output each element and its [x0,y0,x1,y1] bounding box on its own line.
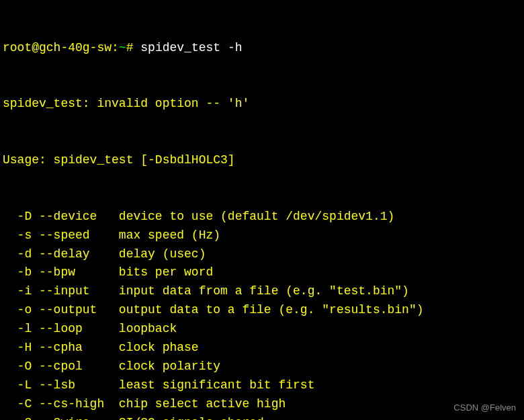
options-list: -D --device device to use (default /dev/… [3,208,521,420]
command-text: spidev_test -h [140,41,242,54]
option-line: -3 --3wire SI/SO signals shared [3,414,521,420]
terminal-output: root@gch-40g-sw:~# spidev_test -h spidev… [0,0,524,420]
option-line: -b --bpw bits per word [3,263,521,282]
usage-line: Usage: spidev_test [-DsbdlHOLC3] [3,151,521,170]
error-line: spidev_test: invalid option -- 'h' [3,95,521,114]
option-line: -d --delay delay (usec) [3,245,521,264]
option-line: -H --cpha clock phase [3,339,521,358]
prompt-line[interactable]: root@gch-40g-sw:~# spidev_test -h [3,39,521,58]
option-line: -l --loop loopback [3,320,521,339]
option-line: -i --input input data from a file (e.g. … [3,282,521,301]
space [133,41,140,54]
option-line: -O --cpol clock polarity [3,358,521,376]
option-line: -L --lsb least significant bit first [3,376,521,395]
option-line: -o --output output data to a file (e.g. … [3,301,521,320]
prompt-path: ~ [119,41,126,54]
prompt-sep: : [112,41,119,54]
option-line: -D --device device to use (default /dev/… [3,208,521,226]
prompt-user: root@gch-40g-sw [3,41,112,54]
watermark: CSDN @Felven [453,401,516,415]
prompt-hash: # [126,41,134,54]
option-line: -C --cs-high chip select active high [3,395,521,414]
option-line: -s --speed max speed (Hz) [3,226,521,245]
